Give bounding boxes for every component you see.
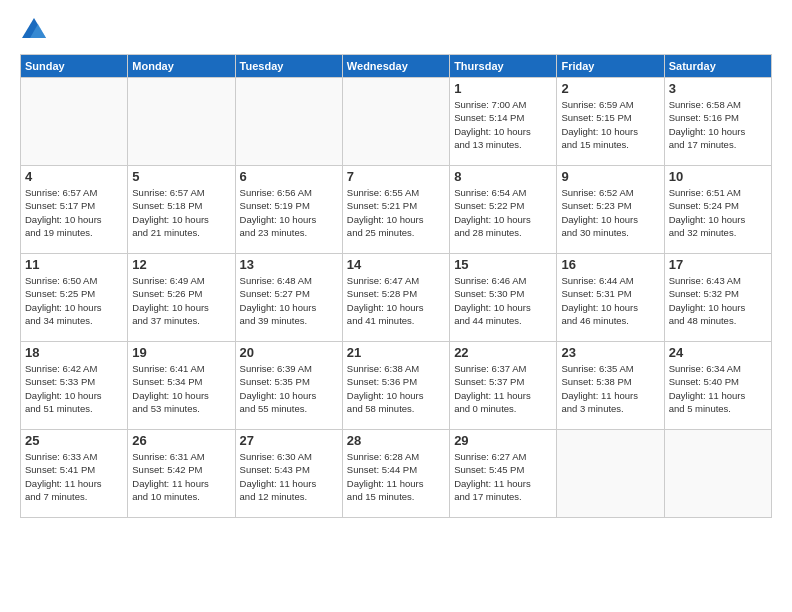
logo xyxy=(20,16,52,44)
day-number: 3 xyxy=(669,81,767,96)
calendar-cell: 16Sunrise: 6:44 AM Sunset: 5:31 PM Dayli… xyxy=(557,254,664,342)
calendar-cell: 22Sunrise: 6:37 AM Sunset: 5:37 PM Dayli… xyxy=(450,342,557,430)
calendar-cell: 7Sunrise: 6:55 AM Sunset: 5:21 PM Daylig… xyxy=(342,166,449,254)
day-number: 10 xyxy=(669,169,767,184)
calendar-week-2: 11Sunrise: 6:50 AM Sunset: 5:25 PM Dayli… xyxy=(21,254,772,342)
day-info: Sunrise: 6:33 AM Sunset: 5:41 PM Dayligh… xyxy=(25,450,123,503)
calendar-table: SundayMondayTuesdayWednesdayThursdayFrid… xyxy=(20,54,772,518)
calendar-cell: 27Sunrise: 6:30 AM Sunset: 5:43 PM Dayli… xyxy=(235,430,342,518)
calendar-cell: 5Sunrise: 6:57 AM Sunset: 5:18 PM Daylig… xyxy=(128,166,235,254)
calendar-cell xyxy=(235,78,342,166)
calendar-cell: 13Sunrise: 6:48 AM Sunset: 5:27 PM Dayli… xyxy=(235,254,342,342)
day-info: Sunrise: 6:49 AM Sunset: 5:26 PM Dayligh… xyxy=(132,274,230,327)
day-info: Sunrise: 6:44 AM Sunset: 5:31 PM Dayligh… xyxy=(561,274,659,327)
page-container: SundayMondayTuesdayWednesdayThursdayFrid… xyxy=(0,0,792,528)
day-info: Sunrise: 7:00 AM Sunset: 5:14 PM Dayligh… xyxy=(454,98,552,151)
calendar-cell: 15Sunrise: 6:46 AM Sunset: 5:30 PM Dayli… xyxy=(450,254,557,342)
calendar-cell: 11Sunrise: 6:50 AM Sunset: 5:25 PM Dayli… xyxy=(21,254,128,342)
calendar-cell: 14Sunrise: 6:47 AM Sunset: 5:28 PM Dayli… xyxy=(342,254,449,342)
calendar-cell: 1Sunrise: 7:00 AM Sunset: 5:14 PM Daylig… xyxy=(450,78,557,166)
day-number: 14 xyxy=(347,257,445,272)
day-info: Sunrise: 6:27 AM Sunset: 5:45 PM Dayligh… xyxy=(454,450,552,503)
header-tuesday: Tuesday xyxy=(235,55,342,78)
header-friday: Friday xyxy=(557,55,664,78)
day-number: 20 xyxy=(240,345,338,360)
day-info: Sunrise: 6:39 AM Sunset: 5:35 PM Dayligh… xyxy=(240,362,338,415)
day-number: 12 xyxy=(132,257,230,272)
day-number: 21 xyxy=(347,345,445,360)
day-number: 23 xyxy=(561,345,659,360)
calendar-cell: 19Sunrise: 6:41 AM Sunset: 5:34 PM Dayli… xyxy=(128,342,235,430)
header-sunday: Sunday xyxy=(21,55,128,78)
day-info: Sunrise: 6:51 AM Sunset: 5:24 PM Dayligh… xyxy=(669,186,767,239)
calendar-cell xyxy=(557,430,664,518)
day-number: 18 xyxy=(25,345,123,360)
calendar-cell: 18Sunrise: 6:42 AM Sunset: 5:33 PM Dayli… xyxy=(21,342,128,430)
day-info: Sunrise: 6:30 AM Sunset: 5:43 PM Dayligh… xyxy=(240,450,338,503)
day-info: Sunrise: 6:37 AM Sunset: 5:37 PM Dayligh… xyxy=(454,362,552,415)
calendar-cell: 23Sunrise: 6:35 AM Sunset: 5:38 PM Dayli… xyxy=(557,342,664,430)
day-info: Sunrise: 6:52 AM Sunset: 5:23 PM Dayligh… xyxy=(561,186,659,239)
header-thursday: Thursday xyxy=(450,55,557,78)
calendar-week-3: 18Sunrise: 6:42 AM Sunset: 5:33 PM Dayli… xyxy=(21,342,772,430)
calendar-cell xyxy=(664,430,771,518)
day-info: Sunrise: 6:58 AM Sunset: 5:16 PM Dayligh… xyxy=(669,98,767,151)
calendar-cell: 10Sunrise: 6:51 AM Sunset: 5:24 PM Dayli… xyxy=(664,166,771,254)
header-saturday: Saturday xyxy=(664,55,771,78)
day-info: Sunrise: 6:57 AM Sunset: 5:17 PM Dayligh… xyxy=(25,186,123,239)
day-info: Sunrise: 6:34 AM Sunset: 5:40 PM Dayligh… xyxy=(669,362,767,415)
day-info: Sunrise: 6:43 AM Sunset: 5:32 PM Dayligh… xyxy=(669,274,767,327)
calendar-cell: 6Sunrise: 6:56 AM Sunset: 5:19 PM Daylig… xyxy=(235,166,342,254)
day-number: 25 xyxy=(25,433,123,448)
day-number: 7 xyxy=(347,169,445,184)
day-info: Sunrise: 6:28 AM Sunset: 5:44 PM Dayligh… xyxy=(347,450,445,503)
header-monday: Monday xyxy=(128,55,235,78)
day-info: Sunrise: 6:50 AM Sunset: 5:25 PM Dayligh… xyxy=(25,274,123,327)
calendar-cell: 12Sunrise: 6:49 AM Sunset: 5:26 PM Dayli… xyxy=(128,254,235,342)
day-number: 19 xyxy=(132,345,230,360)
day-number: 9 xyxy=(561,169,659,184)
calendar-cell: 2Sunrise: 6:59 AM Sunset: 5:15 PM Daylig… xyxy=(557,78,664,166)
day-info: Sunrise: 6:48 AM Sunset: 5:27 PM Dayligh… xyxy=(240,274,338,327)
calendar-week-0: 1Sunrise: 7:00 AM Sunset: 5:14 PM Daylig… xyxy=(21,78,772,166)
day-number: 6 xyxy=(240,169,338,184)
calendar-cell xyxy=(128,78,235,166)
day-number: 11 xyxy=(25,257,123,272)
day-info: Sunrise: 6:55 AM Sunset: 5:21 PM Dayligh… xyxy=(347,186,445,239)
day-number: 22 xyxy=(454,345,552,360)
day-info: Sunrise: 6:56 AM Sunset: 5:19 PM Dayligh… xyxy=(240,186,338,239)
calendar-cell: 9Sunrise: 6:52 AM Sunset: 5:23 PM Daylig… xyxy=(557,166,664,254)
logo-icon xyxy=(20,16,48,44)
day-number: 5 xyxy=(132,169,230,184)
calendar-cell xyxy=(342,78,449,166)
day-number: 24 xyxy=(669,345,767,360)
day-number: 16 xyxy=(561,257,659,272)
day-info: Sunrise: 6:41 AM Sunset: 5:34 PM Dayligh… xyxy=(132,362,230,415)
day-number: 13 xyxy=(240,257,338,272)
day-number: 27 xyxy=(240,433,338,448)
day-info: Sunrise: 6:47 AM Sunset: 5:28 PM Dayligh… xyxy=(347,274,445,327)
day-number: 1 xyxy=(454,81,552,96)
calendar-cell: 29Sunrise: 6:27 AM Sunset: 5:45 PM Dayli… xyxy=(450,430,557,518)
day-number: 29 xyxy=(454,433,552,448)
day-info: Sunrise: 6:42 AM Sunset: 5:33 PM Dayligh… xyxy=(25,362,123,415)
calendar-cell: 4Sunrise: 6:57 AM Sunset: 5:17 PM Daylig… xyxy=(21,166,128,254)
day-number: 26 xyxy=(132,433,230,448)
calendar-cell: 8Sunrise: 6:54 AM Sunset: 5:22 PM Daylig… xyxy=(450,166,557,254)
calendar-cell xyxy=(21,78,128,166)
calendar-cell: 17Sunrise: 6:43 AM Sunset: 5:32 PM Dayli… xyxy=(664,254,771,342)
day-info: Sunrise: 6:31 AM Sunset: 5:42 PM Dayligh… xyxy=(132,450,230,503)
day-number: 8 xyxy=(454,169,552,184)
day-info: Sunrise: 6:38 AM Sunset: 5:36 PM Dayligh… xyxy=(347,362,445,415)
day-number: 2 xyxy=(561,81,659,96)
calendar-cell: 25Sunrise: 6:33 AM Sunset: 5:41 PM Dayli… xyxy=(21,430,128,518)
calendar-cell: 21Sunrise: 6:38 AM Sunset: 5:36 PM Dayli… xyxy=(342,342,449,430)
calendar-header-row: SundayMondayTuesdayWednesdayThursdayFrid… xyxy=(21,55,772,78)
day-info: Sunrise: 6:46 AM Sunset: 5:30 PM Dayligh… xyxy=(454,274,552,327)
calendar-week-4: 25Sunrise: 6:33 AM Sunset: 5:41 PM Dayli… xyxy=(21,430,772,518)
calendar-cell: 20Sunrise: 6:39 AM Sunset: 5:35 PM Dayli… xyxy=(235,342,342,430)
day-number: 28 xyxy=(347,433,445,448)
day-number: 4 xyxy=(25,169,123,184)
day-number: 15 xyxy=(454,257,552,272)
calendar-cell: 24Sunrise: 6:34 AM Sunset: 5:40 PM Dayli… xyxy=(664,342,771,430)
